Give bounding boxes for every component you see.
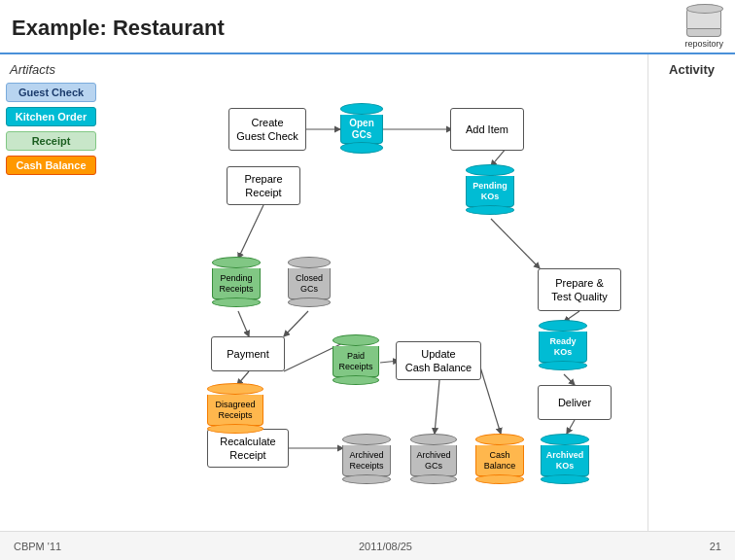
open-gcs-cylinder: OpenGCs bbox=[339, 103, 384, 154]
svg-line-13 bbox=[435, 380, 439, 434]
activity-column: Activity bbox=[648, 54, 735, 539]
create-guest-check-box[interactable]: CreateGuest Check bbox=[228, 108, 306, 151]
update-cash-balance-box[interactable]: UpdateCash Balance bbox=[396, 341, 481, 380]
svg-line-8 bbox=[284, 311, 308, 336]
archived-kos-cylinder: ArchivedKOs bbox=[540, 434, 590, 484]
disagreed-receipts-cylinder: DisagreedReceipts bbox=[206, 383, 264, 434]
svg-line-16 bbox=[567, 420, 575, 434]
cash-balance-cylinder: CashBalance bbox=[474, 434, 525, 484]
artifacts-label: Artifacts bbox=[10, 62, 96, 77]
repo-cylinder-base bbox=[686, 29, 721, 37]
svg-line-3 bbox=[238, 205, 263, 259]
prepare-quality-test-box[interactable]: Prepare &Test Quality bbox=[538, 268, 621, 311]
svg-line-6 bbox=[564, 374, 575, 385]
closed-gcs-cylinder: ClosedGCs bbox=[287, 257, 332, 307]
deliver-box[interactable]: Deliver bbox=[538, 385, 612, 420]
ready-kos-cylinder: ReadyKOs bbox=[538, 320, 588, 370]
pending-receipts-cylinder: PendingReceipts bbox=[211, 257, 262, 307]
footer-left: CBPM '11 bbox=[14, 541, 61, 552]
artifact-cash-balance: Cash Balance bbox=[6, 156, 96, 175]
repository-icon: repository bbox=[684, 8, 723, 49]
footer-center: 2011/08/25 bbox=[359, 541, 412, 552]
diagram-area: CreateGuest Check PrepareReceipt Payment… bbox=[102, 54, 648, 539]
archived-receipts-cylinder: ArchivedReceipts bbox=[341, 434, 392, 484]
header: Example: Restaurant repository bbox=[0, 0, 735, 54]
svg-line-7 bbox=[238, 311, 249, 336]
footer: CBPM '11 2011/08/25 21 bbox=[0, 531, 735, 560]
svg-line-4 bbox=[491, 219, 540, 268]
sidebar: Artifacts Guest Check Kitchen Order Rece… bbox=[0, 54, 102, 539]
repo-cylinder-top bbox=[686, 8, 721, 29]
svg-line-12 bbox=[478, 361, 501, 434]
recalculate-receipt-box[interactable]: RecalculateReceipt bbox=[207, 429, 289, 468]
repo-label: repository bbox=[684, 39, 723, 49]
footer-right: 21 bbox=[710, 541, 721, 552]
paid-receipts-cylinder: PaidReceipts bbox=[332, 334, 380, 385]
page-title: Example: Restaurant bbox=[12, 16, 225, 41]
artifact-kitchen-order: Kitchen Order bbox=[6, 107, 96, 126]
prepare-receipt-box[interactable]: PrepareReceipt bbox=[227, 166, 300, 205]
archived-gcs-cylinder: ArchivedGCs bbox=[409, 434, 458, 484]
main-content: Artifacts Guest Check Kitchen Order Rece… bbox=[0, 54, 735, 539]
payment-box[interactable]: Payment bbox=[211, 336, 285, 371]
artifact-receipt: Receipt bbox=[6, 131, 96, 151]
artifact-guest-check: Guest Check bbox=[6, 83, 96, 102]
activity-label: Activity bbox=[669, 62, 715, 77]
add-item-box[interactable]: Add Item bbox=[450, 108, 524, 151]
pending-kos-cylinder: PendingKOs bbox=[465, 164, 515, 215]
